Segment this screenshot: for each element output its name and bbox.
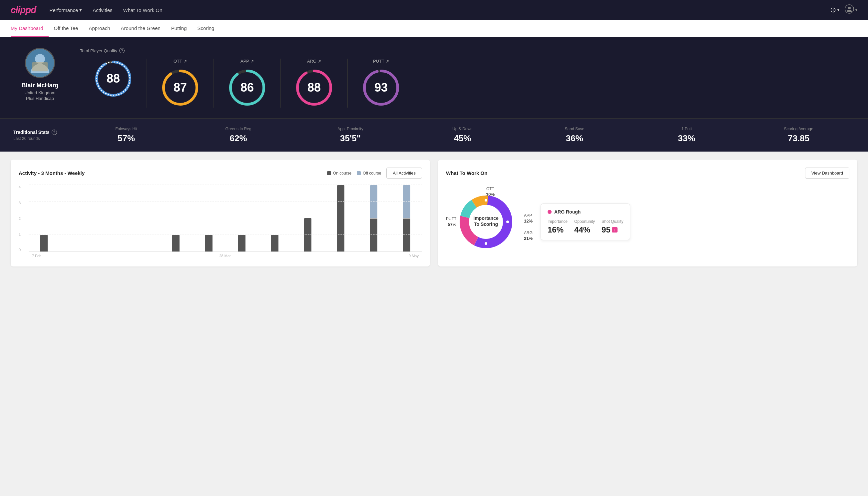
- add-dropdown-icon: ▾: [837, 7, 839, 12]
- tab-my-dashboard[interactable]: My Dashboard: [11, 20, 49, 37]
- user-icon: [845, 4, 854, 16]
- bar-group: [259, 185, 290, 251]
- traditional-stats-label: Traditional Stats ?: [13, 129, 57, 135]
- bar-group: [325, 185, 356, 251]
- bar-group: [226, 185, 257, 251]
- chart-bars: [29, 185, 422, 252]
- view-dashboard-button[interactable]: View Dashboard: [805, 168, 849, 179]
- scores-section: Total Player Quality ? 88: [80, 48, 855, 108]
- off-course-bar: [370, 185, 377, 218]
- svg-point-22: [485, 199, 487, 202]
- avatar: [25, 48, 55, 78]
- bar-group: [358, 185, 389, 251]
- ott-trend-icon: ↗: [184, 59, 187, 64]
- tab-putting[interactable]: Putting: [166, 20, 192, 37]
- main-score-circle: 88: [93, 59, 133, 98]
- bar-group: [95, 185, 126, 251]
- shot-quality-value: 95 ↓: [601, 225, 623, 234]
- bar-group: [193, 185, 224, 251]
- y-axis: 4 3 2 1 0: [19, 185, 21, 252]
- svg-rect-4: [32, 62, 48, 71]
- svg-text:Importance: Importance: [473, 216, 499, 221]
- on-course-bar: [370, 218, 377, 251]
- info-card: ARG Rough Importance 16% Opportunity 44%: [541, 203, 630, 240]
- arg-label: ARG ↗: [307, 59, 321, 64]
- work-card-title: What To Work On: [446, 170, 487, 176]
- putt-label: PUTT ↗: [373, 59, 389, 64]
- putt-score-value: 93: [374, 81, 388, 95]
- user-menu-button[interactable]: ▾: [845, 4, 857, 16]
- bar-group: [391, 185, 422, 251]
- on-course-bar: [337, 185, 344, 251]
- main-score-card: 88: [80, 59, 147, 108]
- stats-sublabel: Last 20 rounds: [13, 136, 57, 141]
- legend-on-course: On course: [327, 171, 351, 175]
- app-trend-icon: ↗: [251, 59, 254, 64]
- stat-sand-save: Sand Save 36%: [519, 127, 631, 143]
- hero-section: Blair McHarg United Kingdom Plus Handica…: [0, 37, 868, 118]
- on-course-bar: [172, 235, 179, 251]
- stats-label-group: Traditional Stats ? Last 20 rounds: [13, 129, 57, 141]
- all-activities-button[interactable]: All Activities: [386, 168, 422, 179]
- activity-card: Activity - 3 Months - Weekly On course O…: [11, 159, 430, 266]
- stats-bar: Traditional Stats ? Last 20 rounds Fairw…: [0, 118, 868, 152]
- nav-what-to-work-on[interactable]: What To Work On: [123, 7, 162, 13]
- stat-up-and-down: Up & Down 45%: [406, 127, 518, 143]
- stat-app-proximity: App. Proximity 35'5": [295, 127, 406, 143]
- info-dot: [548, 210, 552, 214]
- activity-card-header: Activity - 3 Months - Weekly On course O…: [19, 168, 422, 179]
- off-course-dot: [357, 171, 361, 175]
- player-name: Blair McHarg: [21, 82, 58, 89]
- svg-point-24: [485, 242, 487, 245]
- top-nav: clippd Performance ▾ Activities What To …: [0, 0, 868, 20]
- stats-help-icon[interactable]: ?: [52, 129, 57, 135]
- tab-around-the-green[interactable]: Around the Green: [115, 20, 166, 37]
- nav-activities[interactable]: Activities: [93, 7, 112, 13]
- bottom-section: Activity - 3 Months - Weekly On course O…: [0, 152, 868, 275]
- stat-1-putt: 1 Putt 33%: [631, 127, 742, 143]
- shot-quality-badge: ↓: [612, 227, 618, 233]
- chart-legend: On course Off course: [327, 171, 381, 175]
- ott-label: OTT ↗: [174, 59, 187, 64]
- user-dropdown-icon: ▾: [855, 7, 857, 12]
- info-card-title: ARG Rough: [548, 209, 623, 215]
- on-course-bar: [403, 218, 410, 251]
- arg-label-outer: ARG 21%: [524, 231, 533, 241]
- on-course-bar: [304, 218, 312, 251]
- chevron-down-icon: ▾: [79, 7, 82, 13]
- donut-svg-container: Importance To Scoring: [456, 192, 516, 252]
- on-course-bar: [205, 235, 212, 251]
- donut-chart-wrapper: PUTT 57% OTT 10% APP 12% ARG: [446, 185, 533, 259]
- svg-point-1: [848, 7, 851, 9]
- arg-trend-icon: ↗: [318, 59, 321, 64]
- nav-right: ⊕ ▾ ▾: [830, 4, 857, 16]
- info-metrics: Importance 16% Opportunity 44% Shot Qual…: [548, 219, 623, 234]
- add-button[interactable]: ⊕ ▾: [830, 6, 839, 14]
- svg-point-23: [506, 220, 509, 223]
- legend-off-course: Off course: [357, 171, 381, 175]
- tab-approach[interactable]: Approach: [83, 20, 115, 37]
- app-logo[interactable]: clippd: [11, 5, 36, 15]
- app-score-card: APP ↗ 86: [214, 59, 281, 108]
- x-axis: 7 Feb 28 Mar 9 May: [29, 254, 422, 258]
- putt-score-circle: 93: [361, 68, 401, 108]
- bar-group: [62, 185, 93, 251]
- tab-scoring[interactable]: Scoring: [192, 20, 220, 37]
- app-score-value: 86: [240, 81, 254, 95]
- opportunity-value: 44%: [574, 225, 595, 234]
- nav-left: clippd Performance ▾ Activities What To …: [11, 5, 162, 15]
- svg-text:To Scoring: To Scoring: [474, 221, 498, 227]
- putt-trend-icon: ↗: [386, 59, 389, 64]
- on-course-bar: [238, 235, 246, 251]
- nav-performance[interactable]: Performance ▾: [49, 7, 82, 13]
- ott-score-card: OTT ↗ 87: [147, 59, 214, 108]
- tab-off-the-tee[interactable]: Off the Tee: [49, 20, 84, 37]
- ott-score-value: 87: [174, 81, 187, 95]
- nav-links: Performance ▾ Activities What To Work On: [49, 7, 162, 13]
- on-course-bar: [40, 235, 48, 251]
- app-label-outer: APP 12%: [524, 213, 533, 224]
- bar-group: [292, 185, 323, 251]
- stat-fairways-hit: Fairways Hit 57%: [70, 127, 182, 143]
- app-score-circle: 86: [227, 68, 267, 108]
- help-icon[interactable]: ?: [119, 48, 125, 53]
